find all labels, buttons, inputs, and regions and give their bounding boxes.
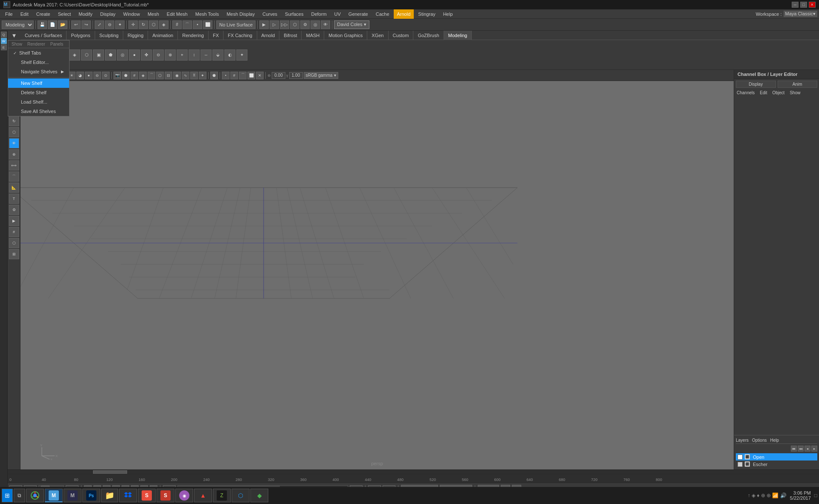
tool-render-settings[interactable]: ⚙ — [300, 20, 310, 29]
left-tool-measure[interactable]: 📐 — [9, 182, 19, 193]
shelf-tab-rendering[interactable]: Rendering — [178, 31, 209, 40]
h-scrollbar-thumb[interactable] — [93, 470, 127, 474]
options-menu[interactable]: Options — [752, 438, 767, 443]
taskbar-chrome[interactable] — [26, 489, 44, 502]
vp-gamma-value[interactable] — [289, 72, 303, 79]
menu-generate[interactable]: Generate — [345, 9, 372, 19]
tool-save[interactable]: 💾 — [38, 20, 47, 29]
shelf-tab-modeling[interactable]: Modeling — [444, 31, 472, 40]
taskbar-maya[interactable]: M — [45, 489, 63, 502]
taskbar-explorer[interactable]: 📁 — [101, 489, 118, 502]
shelf-tab-xgen[interactable]: XGen — [367, 31, 388, 40]
tab-anim[interactable]: Anim — [778, 81, 818, 88]
tool-snap-point[interactable]: • — [193, 20, 202, 29]
tool-lasso[interactable]: ⊖ — [105, 20, 114, 29]
menu-modify[interactable]: Modify — [75, 9, 96, 19]
layer-escher[interactable]: 🔳 Escher — [736, 461, 817, 468]
tool-rotate[interactable]: ↻ — [139, 20, 148, 29]
tool-select[interactable]: ⤢ — [95, 20, 104, 29]
vp-ncloth[interactable]: ⧖ — [190, 72, 198, 79]
menu-create[interactable]: Create — [33, 9, 54, 19]
shelf-icon-18[interactable]: ⬙ — [212, 49, 224, 61]
nav-btn-prev-key[interactable]: ◂◂ — [798, 446, 804, 452]
shelf-icon-17[interactable]: ↔ — [200, 49, 212, 61]
vp-fluids[interactable]: ◉ — [173, 72, 181, 79]
close-button[interactable]: ✕ — [809, 2, 816, 8]
vp-nurbs[interactable]: ⌒ — [148, 72, 155, 79]
layers-menu[interactable]: Layers — [736, 438, 749, 443]
nav-btn-first[interactable]: ⏮ — [791, 446, 797, 452]
layer-open[interactable]: 🔳 Open — [736, 453, 817, 461]
taskbar-app1[interactable]: ◉ — [175, 489, 193, 502]
tool-open[interactable]: 📂 — [58, 20, 67, 29]
tool-redo[interactable]: ↪ — [81, 20, 91, 29]
vp-motionblur[interactable]: ⊖ — [93, 72, 101, 79]
vp-iso[interactable]: ⬟ — [210, 72, 218, 79]
left-tool-extra[interactable]: ⬡ — [9, 238, 19, 248]
left-tool-attr[interactable]: ⚙ — [9, 205, 19, 215]
shelf-icon-10[interactable]: ◎ — [117, 49, 128, 61]
tool-render-mode[interactable]: ▶ — [259, 20, 269, 29]
shelf-tab-fxcaching[interactable]: FX Caching — [224, 31, 257, 40]
left-tool-curve[interactable]: ⌒ — [9, 171, 19, 182]
shelf-menu-save-all[interactable]: Save All Shelves — [8, 107, 69, 116]
no-live-surface-btn[interactable]: No Live Surface — [216, 20, 256, 29]
shelf-icon-7[interactable]: ⬡ — [81, 49, 92, 61]
menu-window[interactable]: Window — [120, 9, 143, 19]
time-ruler[interactable]: 0 40 80 120 160 200 240 280 320 360 400 … — [8, 474, 819, 483]
tool-ipr[interactable]: ▷ — [270, 20, 279, 29]
shelf-panels-link[interactable]: Panels — [50, 42, 64, 46]
tool-snap-view[interactable]: ⬜ — [203, 20, 212, 29]
tool-new[interactable]: 📄 — [48, 20, 57, 29]
notification-icon[interactable]: □ — [814, 492, 817, 498]
shelf-icon-14[interactable]: ⊗ — [165, 49, 176, 61]
minimize-button[interactable]: ─ — [792, 2, 799, 8]
tab-display[interactable]: Display — [736, 81, 776, 88]
shelf-tab-custom[interactable]: Custom — [389, 31, 414, 40]
taskbar-ps[interactable]: Ps — [82, 489, 100, 502]
maximize-button[interactable]: □ — [800, 2, 807, 8]
taskbar-substance[interactable]: S — [138, 489, 156, 502]
vp-poly[interactable]: ⬡ — [156, 72, 164, 79]
left-tool-mirror[interactable]: ⟺ — [9, 160, 19, 171]
vp-heads[interactable]: ◈ — [139, 72, 147, 79]
menu-surfaces[interactable]: Surfaces — [282, 9, 307, 19]
tool-lighting[interactable]: ◎ — [311, 20, 320, 29]
shelf-tab-bifrost[interactable]: Bifrost — [279, 31, 302, 40]
vp-ao[interactable]: ● — [85, 72, 93, 79]
left-tool-grid[interactable]: # — [9, 227, 19, 237]
user-btn[interactable]: David Coles ▾ — [334, 20, 369, 29]
tool-snap-curve[interactable]: ⌒ — [183, 20, 192, 29]
vp-grid[interactable]: # — [131, 72, 138, 79]
vp-snap-view2[interactable]: ⬜ — [247, 72, 255, 79]
vp-snap-curve2[interactable]: ⌒ — [239, 72, 247, 79]
vp-gamma-selector[interactable]: sRGB gamma ▾ — [304, 72, 339, 79]
menu-cache[interactable]: Cache — [372, 9, 393, 19]
vp-snap-pt[interactable]: • — [222, 72, 229, 79]
menu-help[interactable]: Help — [440, 9, 456, 19]
taskbar-app3[interactable]: ⬡ — [232, 489, 250, 502]
shelf-menu-delete[interactable]: Delete Shelf — [8, 88, 69, 97]
left-tool-scale[interactable]: ⬡ — [9, 127, 19, 137]
menu-arnold[interactable]: Arnold — [394, 9, 414, 19]
mode-selector[interactable]: Modeling — [2, 20, 34, 29]
menu-file[interactable]: File — [2, 9, 16, 19]
left-tool-show[interactable]: 👁 — [9, 138, 19, 148]
vp-sub[interactable]: ⊟ — [165, 72, 172, 79]
h-scrollbar[interactable] — [8, 469, 819, 474]
help-menu[interactable]: Help — [770, 438, 779, 443]
vp-dof[interactable]: ⊙ — [102, 72, 110, 79]
shelf-tab-fx[interactable]: FX — [209, 31, 224, 40]
vp-hair[interactable]: ∿ — [182, 72, 189, 79]
tool-scale[interactable]: ⬡ — [149, 20, 158, 29]
vp-camera[interactable]: 📷 — [113, 72, 121, 79]
shelf-menu-shelf-tabs[interactable]: ✓ Shelf Tabs — [8, 48, 69, 58]
workspace-name[interactable]: Maya Classic▾ — [784, 11, 817, 17]
shelf-icon-19[interactable]: ◐ — [224, 49, 235, 61]
object-menu[interactable]: Object — [772, 90, 786, 96]
menu-mesh[interactable]: Mesh — [144, 9, 163, 19]
shelf-icon-12[interactable]: ✤ — [141, 49, 152, 61]
vp-shadows[interactable]: ◕ — [76, 72, 84, 79]
menu-mesh-tools[interactable]: Mesh Tools — [192, 9, 222, 19]
channels-menu[interactable]: Channels — [736, 90, 755, 96]
